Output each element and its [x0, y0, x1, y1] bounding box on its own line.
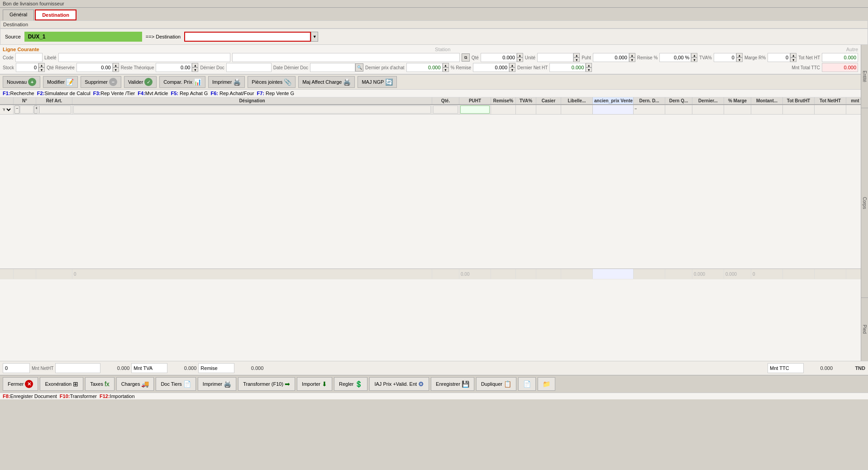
section-destination-header: Destination	[0, 20, 868, 29]
dupliquer-btn[interactable]: Dupliquer 📋	[476, 377, 516, 391]
dern-doc-input[interactable]	[226, 63, 272, 72]
shortcut-f5[interactable]: F5: Rep Achat G	[171, 91, 208, 96]
supprimer-btn[interactable]: Supprimer −	[81, 76, 121, 88]
reste-th-input[interactable]	[156, 63, 192, 72]
date-dern-input[interactable]	[310, 63, 355, 72]
destination-dropdown[interactable]: ▼	[311, 32, 318, 42]
qte-input[interactable]	[481, 53, 517, 62]
shortcut-f2[interactable]: F2:Simulateur de Calcul	[37, 91, 91, 96]
iaj-prix-btn[interactable]: IAJ Prix +Valid. Ent ⚙	[369, 377, 429, 391]
maj-affect-charge-btn[interactable]: Maj Affect Charge 🖨️	[298, 76, 355, 88]
importer-btn[interactable]: Importer ⬇	[297, 377, 332, 391]
mnt-ttc-label-input[interactable]	[768, 363, 804, 373]
remise-spin[interactable]: ▲▼	[691, 53, 697, 62]
shortcut-f3[interactable]: F3:Rep Vente /Tier	[93, 91, 135, 96]
side-labels: Entité Corps Pied	[861, 45, 868, 361]
doc-tiers-btn[interactable]: Doc Tiers 📄	[156, 377, 196, 391]
gf-tva	[516, 105, 536, 114]
totnetht-input[interactable]	[822, 53, 858, 62]
marge-spin[interactable]: ▲▼	[790, 53, 796, 62]
totals-bar: Mnt NetHT 0.000 0.000 0.000 0.000 TND	[0, 361, 868, 375]
tva-spin[interactable]: ▲▼	[736, 53, 743, 62]
destination-input[interactable]	[184, 32, 311, 42]
remise2-spin[interactable]: ▲▼	[509, 63, 515, 72]
gf-qte-input[interactable]	[433, 106, 458, 114]
stock-input[interactable]	[16, 63, 38, 72]
extra-btn2[interactable]: 📁	[538, 377, 555, 391]
mnt-tva-label-input[interactable]	[131, 363, 167, 373]
imprimer-btn[interactable]: Imprimer 🖨️	[208, 76, 245, 88]
print3-icon: 🖨️	[224, 380, 231, 388]
shortcut-f7[interactable]: F7: Rep Vente G	[257, 91, 294, 96]
libele-input[interactable]	[58, 53, 230, 62]
gf-ref-input[interactable]	[37, 106, 71, 114]
pieces-jointes-btn[interactable]: Pièces jointes 📎	[248, 76, 296, 88]
compar-prix-btn[interactable]: Compar. Prix 📊	[159, 76, 205, 88]
unite-input[interactable]	[537, 53, 573, 62]
puht-input[interactable]	[593, 53, 629, 62]
modifier-btn[interactable]: Modifier 📝	[43, 76, 78, 88]
marge-label: Marge R%	[744, 55, 766, 60]
imprimer2-btn[interactable]: Imprimer 🖨️	[198, 377, 236, 391]
qty-total-input[interactable]	[3, 363, 30, 373]
stock-spin[interactable]: ▲▼	[38, 63, 45, 72]
remise-input[interactable]	[659, 53, 691, 62]
dern-prix-spin[interactable]: ▲▼	[443, 63, 449, 72]
gf-dernq	[665, 105, 692, 114]
refresh-icon: 🔄	[385, 78, 393, 86]
entite-label: Entité	[861, 45, 868, 108]
qte-res-spin[interactable]: ▲▼	[113, 63, 119, 72]
check-icon: ✓	[144, 78, 153, 86]
gf-n-input[interactable]	[20, 106, 33, 114]
gf-puht-input[interactable]	[460, 106, 490, 114]
compar-prix-label: Compar. Prix	[163, 79, 192, 85]
puht-spin[interactable]: ▲▼	[629, 53, 635, 62]
enregistrer-btn[interactable]: Enregistrer 💾	[431, 377, 474, 391]
shortcut-f6[interactable]: F6: Rep Achat/Four	[210, 91, 254, 96]
gf-mnttva	[846, 105, 861, 114]
code-input[interactable]	[15, 53, 43, 62]
gf-des-input[interactable]	[73, 106, 431, 114]
libele-input2[interactable]	[232, 53, 460, 62]
shortcut-f4[interactable]: F4:Mvt Article	[138, 91, 168, 96]
reste-th-spin[interactable]: ▲▼	[192, 63, 198, 72]
mnt-total-input[interactable]	[822, 63, 858, 72]
nouveau-btn[interactable]: Nouveau +	[3, 76, 40, 88]
gh-montant: Montant...	[751, 97, 783, 104]
taxes-btn[interactable]: Taxes fx	[85, 377, 114, 391]
mnt-netht-input[interactable]	[55, 363, 100, 373]
grid-filter-row: YN − +	[0, 105, 861, 115]
dern-prix-label: Dernier prix d'achat	[365, 65, 404, 70]
fv-dernd	[634, 269, 665, 279]
valider-btn[interactable]: Valider ✓	[124, 76, 157, 88]
date-search-btn[interactable]: 🔍	[355, 63, 363, 72]
regler-btn[interactable]: Regler 💲	[334, 377, 367, 391]
remise2-input[interactable]	[473, 63, 509, 72]
dup-icon: 📋	[504, 380, 511, 388]
shortcut-f1[interactable]: F1:Recherche	[3, 91, 34, 96]
qte-spin[interactable]: ▲▼	[517, 53, 523, 62]
maj-ngp-btn[interactable]: MAJ NGP 🔄	[358, 76, 397, 88]
dern-net-spin[interactable]: ▲▼	[586, 63, 592, 72]
transformer-btn[interactable]: Transformer (F10) ➡	[238, 377, 295, 391]
qte-res-input[interactable]	[76, 63, 113, 72]
tab-destination[interactable]: Destination	[35, 10, 76, 20]
unite-spin[interactable]: ▲▼	[573, 53, 580, 62]
tva-input[interactable]	[714, 53, 736, 62]
fv-marge: 0.000	[724, 269, 751, 279]
exoneration-btn[interactable]: Exonération ⊞	[40, 377, 83, 391]
tab-general[interactable]: Général	[3, 10, 34, 20]
remise-label-input[interactable]	[198, 363, 234, 373]
modifier-label: Modifier	[47, 79, 65, 85]
charges-btn[interactable]: Charges 🚚	[116, 377, 154, 391]
fermer-btn[interactable]: Fermer ✕	[3, 377, 38, 391]
gf-n-minus[interactable]: −	[14, 106, 19, 114]
copy-btn[interactable]: ⧉	[462, 53, 470, 62]
dern-net-input[interactable]	[549, 63, 586, 72]
gh-dernd: Dern. D...	[634, 97, 665, 104]
marge-input[interactable]	[768, 53, 790, 62]
fv-montant: 0	[751, 269, 783, 279]
extra-btn1[interactable]: 📄	[518, 377, 536, 391]
filter-check-select[interactable]: YN	[1, 106, 12, 114]
dern-prix-input[interactable]	[406, 63, 443, 72]
